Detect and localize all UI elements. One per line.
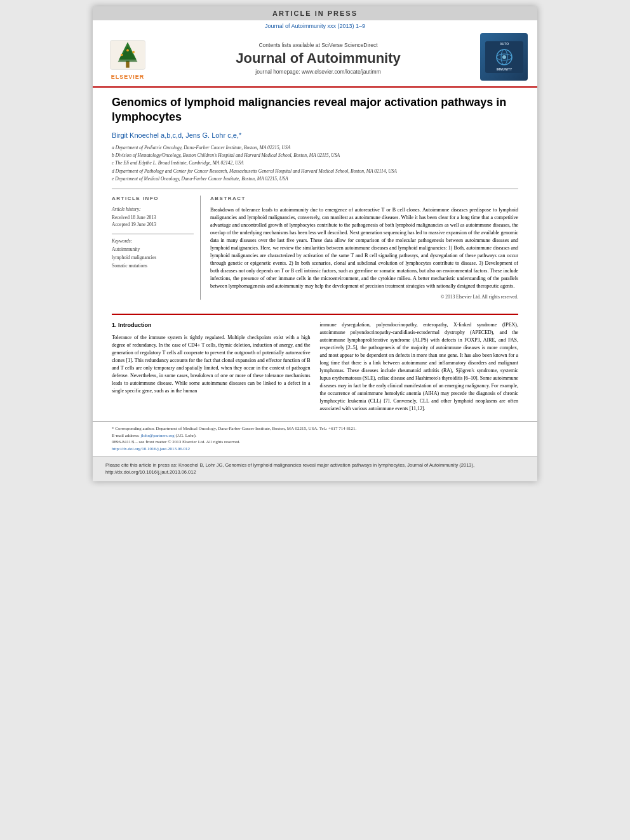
keyword-1: Autoimmunity bbox=[112, 246, 194, 253]
paper-content: Genomics of lymphoid malignancies reveal… bbox=[93, 88, 537, 307]
article-info-title: ARTICLE INFO bbox=[112, 196, 194, 201]
abstract-title: ABSTRACT bbox=[210, 196, 518, 201]
keywords-list: Autoimmunity lymphoid malignancies Somat… bbox=[112, 246, 194, 270]
affiliation-a: a Department of Pediatric Oncology, Dana… bbox=[112, 144, 518, 151]
autoimmunity-logo-icon: AUTO IMMUNITY bbox=[485, 41, 523, 73]
autoimmunity-logo: AUTO IMMUNITY bbox=[480, 33, 528, 81]
intro-heading: 1. Introduction bbox=[112, 321, 311, 330]
svg-text:IMMUNITY: IMMUNITY bbox=[496, 67, 512, 71]
citation-bar: Please cite this article in press as: Kn… bbox=[93, 456, 537, 481]
abstract-section: ABSTRACT Breakdown of tolerance leads to… bbox=[210, 196, 518, 300]
affiliation-d: d Department of Pathology and Center for… bbox=[112, 168, 518, 175]
keyword-3: Somatic mutations bbox=[112, 262, 194, 269]
paper-title: Genomics of lymphoid malignancies reveal… bbox=[112, 95, 518, 125]
elsevier-tree-icon bbox=[105, 37, 150, 72]
journal-top-line: Journal of Autoimmunity xxx (2013) 1–9 bbox=[93, 20, 537, 30]
article-info-panel: ARTICLE INFO Article history: Received 1… bbox=[112, 196, 201, 300]
page: ARTICLE IN PRESS Journal of Autoimmunity… bbox=[93, 6, 537, 481]
intro-para-1: Tolerance of the immune system is tightl… bbox=[112, 334, 311, 395]
affiliations: a Department of Pediatric Oncology, Dana… bbox=[112, 144, 518, 182]
journal-title-text: Journal of Autoimmunity bbox=[156, 50, 480, 67]
article-received: Received 18 June 2013 Accepted 19 June 2… bbox=[112, 214, 194, 229]
svg-point-6 bbox=[126, 49, 129, 51]
keywords-label: Keywords: bbox=[112, 238, 194, 244]
keyword-2: lymphoid malignancies bbox=[112, 254, 194, 261]
issn-text: 0896-8411/$ – see front matter © 2013 El… bbox=[112, 439, 518, 446]
intro-para-2: immune dysregulation, polyendocrinopathy… bbox=[320, 321, 519, 413]
abstract-text: Breakdown of tolerance leads to autoimmu… bbox=[210, 206, 518, 290]
section-divider bbox=[112, 314, 518, 315]
affiliation-e: e Department of Medical Oncology, Dana-F… bbox=[112, 175, 518, 182]
affiliation-b: b Division of Hematology/Oncology, Bosto… bbox=[112, 152, 518, 159]
journal-homepage: journal homepage: www.elsevier.com/locat… bbox=[156, 69, 480, 75]
email-footnote: E-mail address: jlohr@partners.org (J.G.… bbox=[112, 432, 518, 439]
email-name: (J.G. Lohr). bbox=[175, 433, 196, 438]
article-body-grid: ARTICLE INFO Article history: Received 1… bbox=[112, 189, 518, 300]
copyright-line: © 2013 Elsevier Ltd. All rights reserved… bbox=[210, 294, 518, 300]
issn-footnote: 0896-8411/$ – see front matter © 2013 El… bbox=[112, 439, 518, 452]
journal-main-header: ELSEVIER Contents lists available at Sci… bbox=[93, 30, 537, 86]
contents-text: Contents lists available at SciVerse Sci… bbox=[258, 42, 377, 48]
journal-header: Journal of Autoimmunity xxx (2013) 1–9 bbox=[93, 20, 537, 88]
svg-point-11 bbox=[502, 55, 506, 59]
elsevier-logo: ELSEVIER bbox=[99, 37, 156, 80]
journal-logo-right: AUTO IMMUNITY bbox=[480, 33, 531, 84]
svg-point-5 bbox=[132, 51, 135, 53]
main-text-grid: 1. Introduction Tolerance of the immune … bbox=[93, 321, 537, 416]
svg-point-4 bbox=[121, 53, 123, 56]
article-history-label: Article history: bbox=[112, 206, 194, 212]
affiliation-c: c The Eli and Edythe L. Broad Institute,… bbox=[112, 159, 518, 166]
corresponding-footnote: * Corresponding author. Department of Me… bbox=[112, 425, 518, 432]
accepted-date: Accepted 19 June 2013 bbox=[112, 221, 194, 228]
doi-link[interactable]: http://dx.doi.org/10.1016/j.jaut.2013.06… bbox=[112, 446, 518, 453]
corresponding-text: * Corresponding author. Department of Me… bbox=[112, 426, 356, 431]
received-date: Received 18 June 2013 bbox=[112, 214, 194, 221]
citation-text: Please cite this article in press as: Kn… bbox=[105, 462, 474, 475]
footnote-area: * Corresponding author. Department of Me… bbox=[93, 421, 537, 456]
main-col-2: immune dysregulation, polyendocrinopathy… bbox=[320, 321, 519, 416]
email-address[interactable]: jlohr@partners.org bbox=[141, 433, 175, 438]
authors-line: Birgit Knoechel a,b,c,d, Jens G. Lohr c,… bbox=[112, 131, 518, 139]
elsevier-label: ELSEVIER bbox=[111, 74, 145, 80]
svg-text:AUTO: AUTO bbox=[499, 42, 508, 46]
info-divider bbox=[112, 234, 194, 234]
article-in-press-banner: ARTICLE IN PRESS bbox=[93, 6, 537, 20]
contents-line: Contents lists available at SciVerse Sci… bbox=[156, 42, 480, 48]
email-label: E-mail address: bbox=[112, 433, 140, 438]
journal-title-center: Contents lists available at SciVerse Sci… bbox=[156, 42, 480, 75]
banner-text: ARTICLE IN PRESS bbox=[272, 10, 358, 17]
abstract-body: Breakdown of tolerance leads to autoimmu… bbox=[210, 206, 518, 290]
main-col-1: 1. Introduction Tolerance of the immune … bbox=[112, 321, 311, 416]
